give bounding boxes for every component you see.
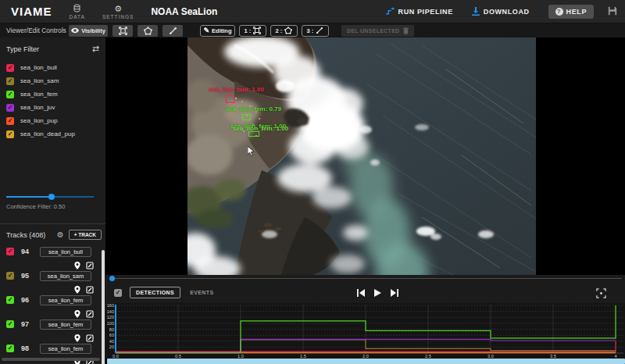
track-row[interactable]: ✓ 94 sea_lion_bull <box>0 245 100 269</box>
type-checkbox[interactable]: ✓ <box>6 77 14 85</box>
viame-dive-app: VIAME DATA ⚙ SETTINGS NOAA SeaLion RUN P… <box>0 0 625 364</box>
track-row[interactable]: ✓ 95 sea_lion_sam <box>0 269 100 294</box>
check-icon: ✓ <box>8 248 13 255</box>
slider-thumb[interactable] <box>48 194 55 200</box>
check-icon: ✓ <box>8 344 13 352</box>
type-label: sea_lion_bull <box>20 64 57 71</box>
nav-data[interactable]: DATA <box>70 4 85 20</box>
detection-bbox[interactable] <box>248 131 259 137</box>
trash-icon <box>403 27 409 34</box>
svg-text:20: 20 <box>109 344 114 349</box>
delete-unselected-button[interactable]: DEL UNSELECTED <box>341 25 414 37</box>
mouse-cursor <box>248 145 255 159</box>
track-type-input[interactable]: sea_lion_fem <box>40 295 91 305</box>
type-checkbox[interactable]: ✓ <box>6 117 14 125</box>
track-type-input[interactable]: sea_lion_bull <box>40 247 91 257</box>
detection-bbox[interactable] <box>242 114 251 120</box>
track-checkbox[interactable]: ✓ <box>6 248 14 255</box>
pipeline-icon <box>385 7 395 16</box>
save-icon[interactable] <box>608 5 617 19</box>
aerial-scene <box>188 37 536 275</box>
slider-track <box>52 196 94 198</box>
mode-2-polygon-button[interactable]: 2 : <box>270 25 298 37</box>
track-id: 95 <box>21 272 38 280</box>
check-icon: ✓ <box>8 104 13 112</box>
track-type-input[interactable]: sea_lion_sam <box>40 271 91 281</box>
type-filter-item[interactable]: ✓ sea_lion_sam <box>6 74 102 87</box>
type-filter-item[interactable]: ✓ sea_lion_bull <box>6 61 102 74</box>
scrubber-track[interactable] <box>112 278 622 279</box>
svg-text:3.5: 3.5 <box>550 354 556 359</box>
play-button[interactable] <box>374 286 381 300</box>
track-id: 97 <box>21 320 38 328</box>
track-row-top: ✓ 96 sea_lion_fem <box>0 294 100 306</box>
line-tool-button[interactable] <box>162 25 183 37</box>
divider <box>0 223 105 224</box>
type-filter-item[interactable]: ✓ sea_lion_dead_pup <box>6 127 102 141</box>
tab-detections[interactable]: DETECTIONS <box>130 287 180 298</box>
type-checkbox[interactable]: ✓ <box>6 64 14 72</box>
detection-bbox[interactable] <box>226 95 234 103</box>
track-checkbox[interactable]: ✓ <box>6 344 14 352</box>
type-checkbox[interactable]: ✓ <box>6 104 14 112</box>
check-icon: ✓ <box>8 320 13 328</box>
mode-3-line-button[interactable]: 3 : <box>302 25 329 37</box>
track-row-top: ✓ 98 sea_lion_fem <box>0 342 100 355</box>
svg-text:1.5: 1.5 <box>300 354 306 359</box>
database-icon <box>73 4 81 13</box>
tracks-header: Tracks (408) ⚙ + TRACK <box>6 230 102 240</box>
check-icon: ✓ <box>8 77 13 85</box>
viame-logo[interactable]: VIAME <box>11 5 52 18</box>
detections-timeline-chart[interactable]: 0.00.51.01.52.02.53.03.54204060801001201… <box>105 303 625 359</box>
question-icon: ? <box>555 8 563 16</box>
chart-canvas: 0.00.51.01.52.02.53.03.54204060801001201… <box>105 303 625 359</box>
svg-text:120: 120 <box>107 315 114 319</box>
track-checkbox[interactable]: ✓ <box>6 272 14 280</box>
track-row[interactable]: ✓ 97 sea_lion_fem <box>0 318 100 342</box>
type-filter-header: Type Filter ⇄ <box>6 44 99 54</box>
svg-text:2.5: 2.5 <box>425 354 431 359</box>
track-list-horizontal-scrollbar[interactable] <box>2 358 100 361</box>
nav-settings[interactable]: ⚙ SETTINGS <box>102 4 134 20</box>
type-filter-item[interactable]: ✓ sea_lion_fem <box>6 87 102 101</box>
type-checkbox[interactable]: ✓ <box>6 91 14 98</box>
confidence-slider[interactable] <box>6 194 94 200</box>
frame-scrubber[interactable] <box>105 275 625 282</box>
track-id: 96 <box>21 296 38 304</box>
track-checkbox[interactable]: ✓ <box>6 320 14 328</box>
type-filter-item[interactable]: ✓ sea_lion_pup <box>6 114 102 127</box>
polygon-tool-button[interactable] <box>138 25 158 37</box>
timeline-visibility-checkbox[interactable]: ✓ <box>114 289 122 297</box>
video-frame-image[interactable]: sea_lion_bull: 1.00sea_lion_fem: 0.79sea… <box>188 37 536 275</box>
reset-view-icon[interactable] <box>596 287 606 302</box>
scrubber-thumb[interactable] <box>109 276 115 281</box>
rectangle-tool-button[interactable] <box>112 25 133 37</box>
track-checkbox[interactable]: ✓ <box>6 296 14 304</box>
annotation-viewer[interactable]: sea_lion_bull: 1.00sea_lion_fem: 0.79sea… <box>105 37 625 275</box>
track-type-input[interactable]: sea_lion_fem <box>40 319 91 330</box>
svg-text:2.0: 2.0 <box>362 354 369 359</box>
type-filter-item[interactable]: ✓ sea_lion_juv <box>6 101 102 114</box>
type-label: sea_lion_sam <box>20 77 59 84</box>
track-list-scrollbar[interactable] <box>102 250 105 364</box>
editing-button[interactable]: ✎ Editing <box>200 25 235 37</box>
run-pipeline-button[interactable]: RUN PIPELINE <box>385 7 453 16</box>
previous-frame-button[interactable] <box>357 286 365 300</box>
visibility-button[interactable]: Visibility <box>69 25 108 37</box>
tab-events[interactable]: EVENTS <box>190 290 213 295</box>
swap-sort-icon[interactable]: ⇄ <box>92 44 99 54</box>
eye-icon <box>71 27 79 34</box>
type-checkbox[interactable]: ✓ <box>6 130 14 138</box>
mode-1-rectangle-button[interactable]: 1 : <box>239 25 266 37</box>
type-label: sea_lion_juv <box>20 104 55 111</box>
next-frame-button[interactable] <box>391 286 398 300</box>
track-type-input[interactable]: sea_lion_fem <box>40 344 91 354</box>
help-button[interactable]: ? HELP <box>548 5 594 19</box>
track-row[interactable]: ✓ 96 sea_lion_fem <box>0 294 100 318</box>
timeline-horizontal-scrollbar[interactable] <box>107 359 625 364</box>
polygon-icon <box>284 27 292 34</box>
type-label: sea_lion_pup <box>20 117 58 124</box>
add-track-button[interactable]: + TRACK <box>69 230 102 240</box>
tracks-settings-gear-icon[interactable]: ⚙ <box>57 230 64 239</box>
download-button[interactable]: DOWNLOAD <box>472 7 530 16</box>
